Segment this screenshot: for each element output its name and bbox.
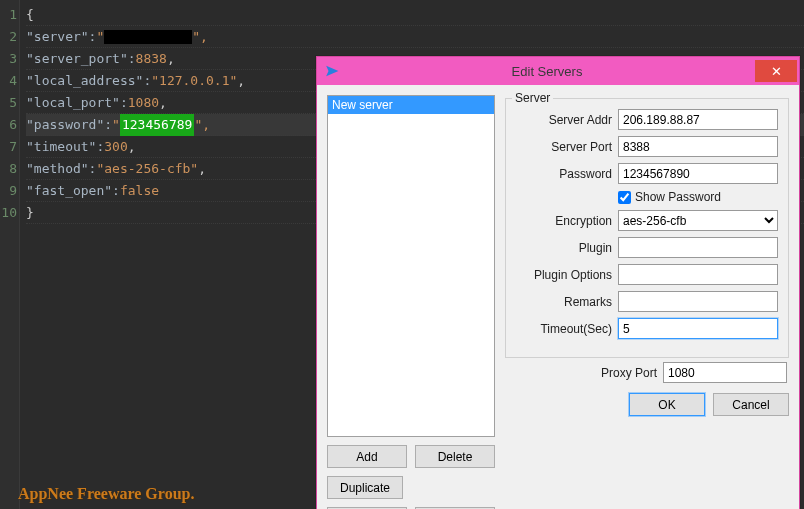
group-label: Server	[512, 91, 553, 105]
server-list[interactable]: New server	[327, 95, 495, 437]
titlebar[interactable]: Edit Servers ✕	[317, 57, 799, 85]
list-item[interactable]: New server	[328, 96, 494, 114]
comma: ,	[159, 92, 167, 114]
server-group: Server Server Addr Server Port Password	[505, 98, 789, 358]
json-value: "127.0.0.1"	[151, 70, 237, 92]
json-key: "local_port":	[26, 92, 128, 114]
plugin-options-input[interactable]	[618, 264, 778, 285]
json-key: "server_port":	[26, 48, 136, 70]
label-plugin: Plugin	[516, 241, 612, 255]
json-key: "timeout":	[26, 136, 104, 158]
add-button[interactable]: Add	[327, 445, 407, 468]
close-button[interactable]: ✕	[755, 60, 797, 82]
timeout-input[interactable]	[618, 318, 778, 339]
comma: ,	[128, 136, 136, 158]
label-timeout: Timeout(Sec)	[516, 322, 612, 336]
proxy-port-input[interactable]	[663, 362, 787, 383]
comma: ,	[167, 48, 175, 70]
highlighted-password: 123456789	[120, 114, 194, 136]
comma: ,	[198, 158, 206, 180]
label-server-port: Server Port	[516, 140, 612, 154]
line-number: 1	[0, 4, 17, 26]
line-number: 2	[0, 26, 17, 48]
comma: ,	[237, 70, 245, 92]
delete-button[interactable]: Delete	[415, 445, 495, 468]
line-number: 5	[0, 92, 17, 114]
plane-icon	[325, 64, 339, 78]
quote: ",	[192, 26, 208, 48]
label-server-addr: Server Addr	[516, 113, 612, 127]
line-number: 3	[0, 48, 17, 70]
label-remarks: Remarks	[516, 295, 612, 309]
line-number: 10	[0, 202, 17, 224]
label-show-password: Show Password	[635, 190, 721, 204]
brace-open: {	[26, 4, 34, 26]
quote: ",	[194, 114, 210, 136]
line-number: 8	[0, 158, 17, 180]
json-value: 1080	[128, 92, 159, 114]
label-plugin-options: Plugin Options	[516, 268, 612, 282]
line-gutter: 1 2 3 4 5 6 7 8 9 10	[0, 0, 20, 509]
server-addr-input[interactable]	[618, 109, 778, 130]
label-password: Password	[516, 167, 612, 181]
dialog-title: Edit Servers	[339, 64, 755, 79]
label-proxy-port: Proxy Port	[601, 366, 657, 380]
brace-close: }	[26, 202, 34, 224]
line-number: 7	[0, 136, 17, 158]
label-encryption: Encryption	[516, 214, 612, 228]
duplicate-button[interactable]: Duplicate	[327, 476, 403, 499]
server-port-input[interactable]	[618, 136, 778, 157]
quote: "	[112, 114, 120, 136]
json-value: 300	[104, 136, 127, 158]
line-number: 4	[0, 70, 17, 92]
show-password-checkbox[interactable]	[618, 191, 631, 204]
edit-servers-dialog: Edit Servers ✕ New server Add Delete Dup…	[316, 56, 800, 509]
plugin-input[interactable]	[618, 237, 778, 258]
json-value: 8838	[136, 48, 167, 70]
ok-button[interactable]: OK	[629, 393, 705, 416]
watermark: AppNee Freeware Group.	[18, 485, 194, 503]
line-number: 9	[0, 180, 17, 202]
json-key: "server":	[26, 26, 96, 48]
json-key: "local_address":	[26, 70, 151, 92]
redacted-server-value	[104, 30, 192, 44]
quote: "	[96, 26, 104, 48]
json-key: "fast_open":	[26, 180, 120, 202]
line-number: 6	[0, 114, 17, 136]
cancel-button[interactable]: Cancel	[713, 393, 789, 416]
json-key: "password":	[26, 114, 112, 136]
encryption-select[interactable]: aes-256-cfb	[618, 210, 778, 231]
close-icon: ✕	[771, 64, 782, 79]
json-value: "aes-256-cfb"	[96, 158, 198, 180]
json-key: "method":	[26, 158, 96, 180]
remarks-input[interactable]	[618, 291, 778, 312]
json-value: false	[120, 180, 159, 202]
password-input[interactable]	[618, 163, 778, 184]
